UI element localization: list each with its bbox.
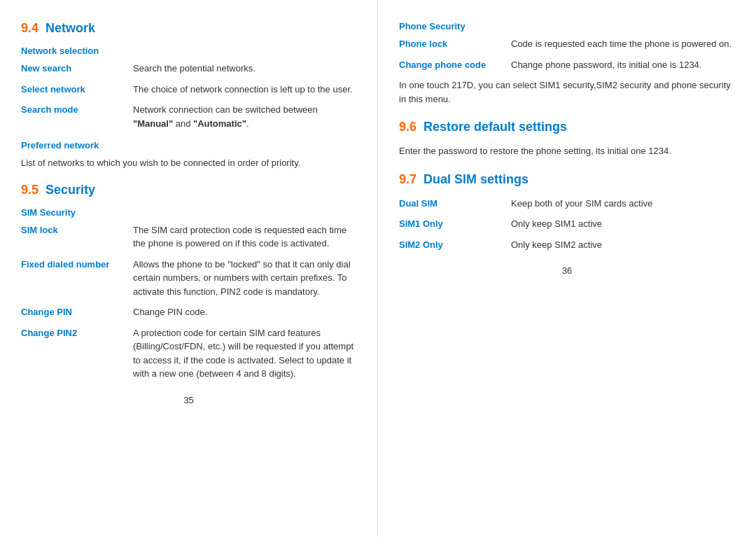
sim1-only-def: Only keep SIM1 active: [511, 217, 735, 231]
select-network-row: Select network The choice of network con…: [21, 83, 356, 97]
sim2-only-row: SIM2 Only Only keep SIM2 active: [399, 238, 735, 252]
new-search-term: New search: [21, 62, 133, 76]
section-97-number: 9.7: [399, 172, 416, 187]
sim1-only-term: SIM1 Only: [399, 217, 511, 231]
section-96-number: 9.6: [399, 120, 416, 134]
fixed-dialed-row: Fixed dialed number Allows the phone to …: [21, 258, 356, 299]
new-search-row: New search Search the potential networks…: [21, 62, 356, 76]
page-left: 9.4 Network Network selection New search…: [0, 0, 378, 537]
change-pin2-term: Change PIN2: [21, 326, 133, 381]
search-mode-term: Search mode: [21, 103, 133, 130]
new-search-def: Search the potential networks.: [133, 62, 356, 76]
dual-sim-def: Keep both of your SIM cards active: [511, 197, 735, 211]
select-network-def: The choice of network connection is left…: [133, 83, 356, 97]
select-network-term: Select network: [21, 83, 133, 97]
section-97-title: Dual SIM settings: [424, 172, 528, 187]
phone-security-plain: In one touch 217D, you can select SIM1 s…: [399, 78, 735, 106]
change-phone-code-term: Change phone code: [399, 58, 511, 72]
section-94-heading: 9.4 Network: [21, 21, 356, 36]
dual-sim-row: Dual SIM Keep both of your SIM cards act…: [399, 197, 735, 211]
phone-lock-row: Phone lock Code is requested each time t…: [399, 37, 735, 51]
sim1-only-row: SIM1 Only Only keep SIM1 active: [399, 217, 735, 231]
sim-security-heading: SIM Security: [21, 207, 356, 218]
change-pin-term: Change PIN: [21, 305, 133, 319]
phone-lock-term: Phone lock: [399, 37, 511, 51]
section-95-number: 9.5: [21, 183, 38, 197]
search-mode-row: Search mode Network connection can be sw…: [21, 103, 356, 130]
section-94-title: Network: [46, 21, 95, 36]
page-right: Phone Security Phone lock Code is reques…: [378, 0, 756, 537]
search-mode-def: Network connection can be switched betwe…: [133, 103, 356, 130]
page-container: 9.4 Network Network selection New search…: [0, 0, 756, 537]
dual-sim-term: Dual SIM: [399, 197, 511, 211]
sim-lock-term: SIM lock: [21, 223, 133, 251]
phone-lock-def: Code is requested each time the phone is…: [511, 37, 735, 51]
sim-lock-def: The SIM card protection code is requeste…: [133, 223, 356, 251]
section-94-number: 9.4: [21, 21, 38, 36]
fixed-dialed-def: Allows the phone to be "locked" so that …: [133, 258, 356, 299]
section-95-title: Security: [46, 183, 95, 197]
network-selection-heading: Network selection: [21, 46, 356, 56]
fixed-dialed-term: Fixed dialed number: [21, 258, 133, 299]
section-96-plain: Enter the password to restore the phone …: [399, 144, 735, 158]
left-page-number: 35: [21, 395, 356, 405]
right-page-number: 36: [399, 265, 735, 276]
sim2-only-def: Only keep SIM2 active: [511, 238, 735, 252]
section-96-heading: 9.6 Restore default settings: [399, 120, 735, 134]
preferred-network-heading: Preferred network: [21, 140, 356, 151]
section-97-heading: 9.7 Dual SIM settings: [399, 172, 735, 187]
sim-lock-row: SIM lock The SIM card protection code is…: [21, 223, 356, 251]
phone-security-heading: Phone Security: [399, 21, 735, 32]
preferred-network-text: List of networks to which you wish to be…: [21, 156, 356, 170]
section-96-title: Restore default settings: [424, 120, 567, 134]
change-phone-code-def: Change phone password, its initial one i…: [511, 58, 735, 72]
sim2-only-term: SIM2 Only: [399, 238, 511, 252]
change-pin-def: Change PIN code.: [133, 305, 356, 319]
change-phone-code-row: Change phone code Change phone password,…: [399, 58, 735, 72]
change-pin-row: Change PIN Change PIN code.: [21, 305, 356, 319]
section-95-heading: 9.5 Security: [21, 183, 356, 197]
change-pin2-def: A protection code for certain SIM card f…: [133, 326, 356, 381]
change-pin2-row: Change PIN2 A protection code for certai…: [21, 326, 356, 381]
